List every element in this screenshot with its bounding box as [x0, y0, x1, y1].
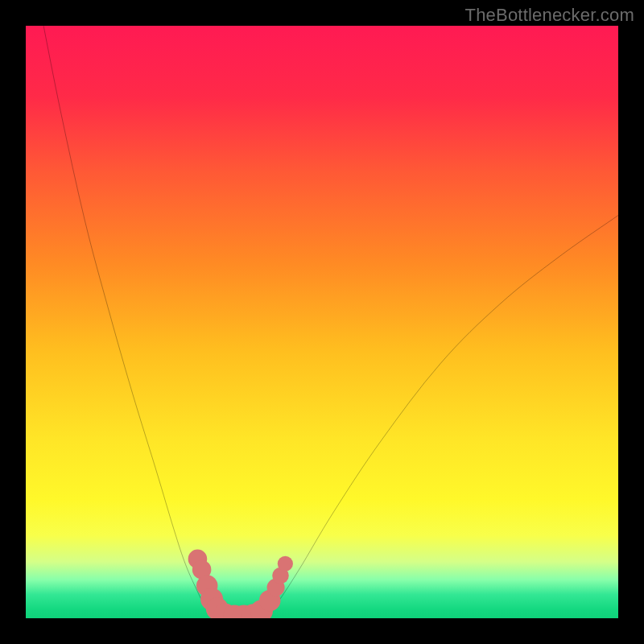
bottleneck-curve	[26, 26, 618, 618]
valley-marker	[278, 556, 293, 572]
watermark-text: TheBottlenecker.com	[465, 5, 634, 26]
plot-area	[26, 26, 618, 618]
chart-frame: TheBottlenecker.com	[0, 0, 644, 644]
